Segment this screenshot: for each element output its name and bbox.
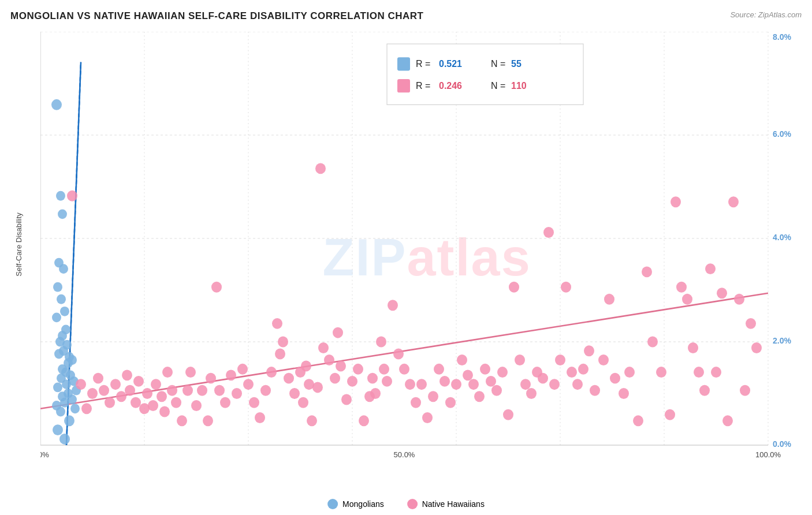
svg-point-173 <box>584 345 594 356</box>
svg-text:110: 110 <box>511 80 527 91</box>
y-axis-label: Self-Care Disability <box>0 32 38 457</box>
mongolian-dot <box>327 499 338 509</box>
svg-point-185 <box>671 196 681 207</box>
svg-point-99 <box>203 415 213 426</box>
svg-point-77 <box>99 385 109 396</box>
svg-point-129 <box>341 394 352 405</box>
svg-point-184 <box>665 409 675 420</box>
svg-point-93 <box>171 397 181 408</box>
svg-point-186 <box>676 282 687 293</box>
svg-point-78 <box>105 397 115 408</box>
svg-point-104 <box>226 370 236 380</box>
svg-point-86 <box>142 388 152 399</box>
mongolian-dots <box>51 99 81 445</box>
svg-point-199 <box>751 342 762 353</box>
svg-point-98 <box>197 385 207 396</box>
svg-point-165 <box>538 373 548 384</box>
svg-text:R =: R = <box>416 58 430 69</box>
svg-point-36 <box>51 99 62 110</box>
svg-point-136 <box>376 336 386 347</box>
svg-point-79 <box>110 379 121 390</box>
svg-point-147 <box>434 364 444 375</box>
svg-point-101 <box>211 282 222 293</box>
svg-point-143 <box>411 397 421 408</box>
svg-point-124 <box>318 342 329 353</box>
svg-point-67 <box>70 404 80 413</box>
svg-point-111 <box>266 367 277 378</box>
svg-point-151 <box>457 354 467 365</box>
svg-point-106 <box>237 364 248 375</box>
svg-text:6.0%: 6.0% <box>773 129 791 139</box>
svg-point-168 <box>555 354 565 365</box>
svg-point-40 <box>59 264 68 274</box>
svg-text:100.0%: 100.0% <box>755 450 781 457</box>
svg-point-166 <box>543 227 554 238</box>
svg-point-88 <box>151 379 161 390</box>
svg-point-190 <box>699 385 710 396</box>
svg-point-187 <box>682 294 692 305</box>
svg-point-113 <box>275 349 285 360</box>
svg-point-110 <box>260 385 271 396</box>
svg-point-41 <box>53 282 62 292</box>
svg-point-158 <box>497 367 508 378</box>
svg-point-135 <box>370 388 381 399</box>
svg-point-60 <box>53 382 62 392</box>
svg-point-75 <box>87 388 98 399</box>
svg-point-178 <box>619 388 629 399</box>
svg-point-163 <box>526 388 537 399</box>
svg-point-130 <box>347 376 357 387</box>
svg-point-123 <box>315 163 326 174</box>
chart-title: MONGOLIAN VS NATIVE HAWAIIAN SELF-CARE D… <box>10 10 423 22</box>
svg-point-152 <box>463 370 473 380</box>
svg-point-157 <box>491 385 502 396</box>
svg-point-138 <box>382 376 392 387</box>
svg-text:N =: N = <box>491 58 505 69</box>
legend-mongolians: Mongolians <box>327 499 384 509</box>
svg-point-142 <box>405 379 415 390</box>
svg-point-137 <box>379 364 389 375</box>
svg-point-176 <box>604 294 614 305</box>
svg-point-139 <box>388 300 398 311</box>
svg-point-81 <box>122 370 132 380</box>
native-hawaiian-dots <box>67 163 762 426</box>
svg-point-116 <box>289 388 300 399</box>
svg-point-102 <box>214 385 225 396</box>
svg-point-82 <box>125 385 135 396</box>
svg-point-94 <box>177 415 187 426</box>
svg-point-91 <box>162 367 173 378</box>
svg-point-69 <box>64 415 75 426</box>
svg-point-159 <box>503 409 513 420</box>
svg-point-141 <box>399 364 409 375</box>
svg-point-119 <box>301 361 311 372</box>
legend: Mongolians Native Hawaiians <box>327 499 485 509</box>
svg-point-175 <box>598 354 609 365</box>
svg-point-197 <box>740 385 750 396</box>
svg-point-103 <box>220 397 230 408</box>
svg-point-112 <box>272 318 282 329</box>
svg-point-177 <box>610 373 620 384</box>
svg-rect-26 <box>397 57 410 70</box>
svg-point-118 <box>298 397 308 408</box>
svg-point-108 <box>249 397 259 408</box>
svg-point-134 <box>367 373 378 384</box>
svg-text:N =: N = <box>491 80 505 91</box>
svg-point-73 <box>76 379 86 390</box>
svg-point-59 <box>62 379 71 389</box>
svg-point-191 <box>705 263 716 274</box>
svg-text:8.0%: 8.0% <box>773 32 791 41</box>
mongolians-label: Mongolians <box>342 499 384 509</box>
svg-point-83 <box>131 397 141 408</box>
svg-point-182 <box>647 336 658 347</box>
svg-point-100 <box>206 373 216 384</box>
svg-rect-25 <box>387 44 583 105</box>
svg-point-196 <box>734 294 744 305</box>
svg-text:0.246: 0.246 <box>439 80 462 91</box>
svg-point-89 <box>157 391 167 402</box>
svg-point-114 <box>278 336 288 347</box>
svg-text:R =: R = <box>416 80 430 91</box>
svg-point-132 <box>359 415 369 426</box>
svg-point-149 <box>445 397 456 408</box>
svg-point-68 <box>56 407 65 417</box>
legend-native-hawaiians: Native Hawaiians <box>407 499 485 509</box>
chart-container: MONGOLIAN VS NATIVE HAWAIIAN SELF-CARE D… <box>0 0 812 515</box>
